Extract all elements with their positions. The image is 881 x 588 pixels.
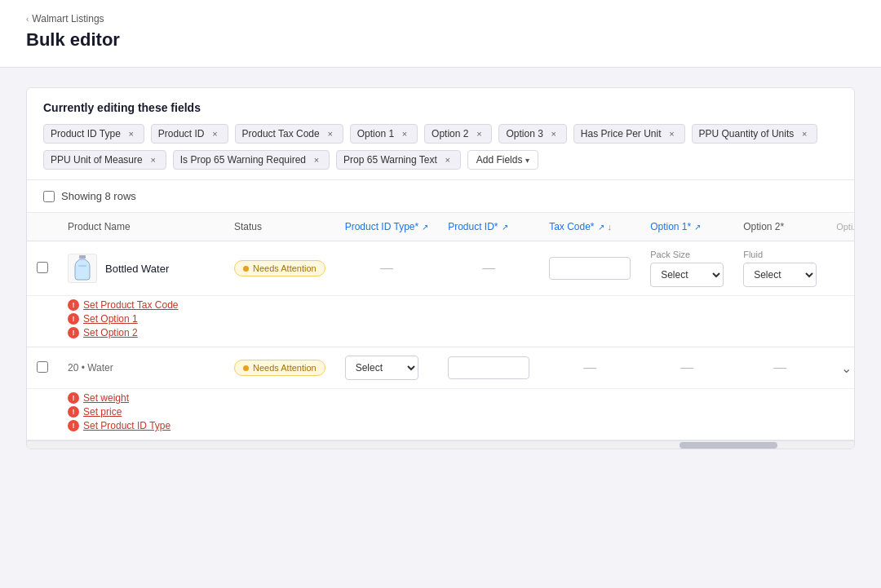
tag-ppu-uom: PPU Unit of Measure × bbox=[43, 150, 166, 170]
remove-tag-product-tax-code[interactable]: × bbox=[325, 128, 336, 139]
status-dot-icon bbox=[243, 266, 249, 272]
row1-option2-select[interactable]: Select bbox=[743, 263, 817, 287]
error-set-product-id-type[interactable]: Set Product ID Type bbox=[83, 420, 170, 431]
th-option1-label: Option 1* bbox=[650, 221, 691, 232]
th-product-id-label: Product ID* bbox=[448, 221, 498, 232]
row2-product-id-type-select[interactable]: Select bbox=[345, 356, 418, 380]
row2-status-badge: Needs Attention bbox=[234, 360, 325, 376]
errors-spacer-2 bbox=[27, 389, 58, 440]
remove-tag-prop65-text[interactable]: × bbox=[442, 154, 454, 166]
error-item: ! Set Product ID Type bbox=[68, 420, 854, 431]
row2-product-id-type-cell: Select bbox=[335, 347, 439, 389]
row2-errors-cell: ! Set weight ! Set price ! Set Product I… bbox=[58, 389, 854, 440]
row1-tax-code-input[interactable] bbox=[549, 257, 631, 280]
select-all-checkbox[interactable] bbox=[43, 191, 55, 202]
th-product-name: Product Name bbox=[58, 213, 224, 241]
th-checkbox bbox=[27, 213, 58, 241]
th-tax-code[interactable]: Tax Code* ↗ ↓ bbox=[539, 213, 640, 241]
tag-label: Product ID Type bbox=[51, 128, 121, 139]
product-image bbox=[68, 254, 97, 283]
error-item: ! Set Option 2 bbox=[68, 327, 854, 338]
row1-option1-label: Pack Size bbox=[650, 250, 724, 259]
error-item: ! Set weight bbox=[68, 392, 854, 404]
sort-icon[interactable]: ↓ bbox=[608, 222, 613, 232]
showing-rows-bar: Showing 8 rows bbox=[27, 180, 854, 213]
error-set-weight[interactable]: Set weight bbox=[83, 392, 129, 404]
th-option1[interactable]: Option 1* ↗ bbox=[640, 213, 733, 241]
page-title: Bulk editor bbox=[26, 29, 855, 51]
status-dot-icon bbox=[243, 365, 249, 371]
tag-label: Option 1 bbox=[357, 128, 394, 139]
row1-option2-cell: Fluid Select bbox=[733, 241, 826, 296]
add-fields-chevron-icon: ▾ bbox=[525, 156, 529, 165]
row1-error-list: ! Set Product Tax Code ! Set Option 1 ! … bbox=[68, 299, 854, 338]
error-icon: ! bbox=[68, 392, 79, 404]
page-header: ‹ Walmart Listings Bulk editor bbox=[0, 0, 881, 68]
tag-label: Option 3 bbox=[506, 128, 542, 139]
remove-tag-has-price-per-unit[interactable]: × bbox=[666, 128, 678, 139]
tag-prop65-text: Prop 65 Warning Text × bbox=[336, 150, 461, 170]
row2-expand-cell: ⌄ bbox=[826, 347, 854, 389]
add-fields-button[interactable]: Add Fields ▾ bbox=[467, 150, 539, 170]
th-option2: Option 2* bbox=[733, 213, 826, 241]
th-option3: Opti... bbox=[826, 213, 854, 241]
error-set-price[interactable]: Set price bbox=[83, 406, 122, 418]
row1-option1-select[interactable]: Select bbox=[650, 263, 724, 287]
editing-fields-title: Currently editing these fields bbox=[43, 101, 838, 114]
field-tags-container: Product ID Type × Product ID × Product T… bbox=[43, 124, 838, 170]
tag-option-3: Option 3 × bbox=[498, 124, 566, 144]
breadcrumb-link[interactable]: Walmart Listings bbox=[32, 13, 104, 24]
row1-status-cell: Needs Attention bbox=[224, 241, 335, 296]
error-icon: ! bbox=[68, 299, 79, 311]
row2-checkbox[interactable] bbox=[37, 361, 48, 373]
table-row: Bottled Water Needs Attention — — bbox=[27, 241, 854, 296]
tag-option-2: Option 2 × bbox=[424, 124, 492, 144]
th-option3-label: Opti... bbox=[836, 222, 854, 232]
remove-tag-ppu-uom[interactable]: × bbox=[148, 154, 159, 166]
row1-option1-cell: Pack Size Select bbox=[640, 241, 733, 296]
table-errors-row-2: ! Set weight ! Set price ! Set Product I… bbox=[27, 389, 854, 440]
th-product-id-type[interactable]: Product ID Type* ↗ bbox=[335, 213, 439, 241]
row1-product-cell: Bottled Water bbox=[58, 241, 224, 296]
tag-label: Product Tax Code bbox=[242, 128, 320, 139]
row2-product-id-cell bbox=[438, 347, 539, 389]
error-item: ! Set price bbox=[68, 406, 854, 418]
remove-tag-ppu-qty[interactable]: × bbox=[799, 128, 810, 139]
horizontal-scrollbar[interactable] bbox=[27, 440, 854, 449]
remove-tag-option-2[interactable]: × bbox=[473, 128, 485, 139]
remove-tag-product-id-type[interactable]: × bbox=[126, 128, 137, 139]
row1-product-id-type-cell: — bbox=[335, 241, 439, 296]
remove-tag-prop65-required[interactable]: × bbox=[311, 154, 322, 166]
row1-checkbox-cell bbox=[27, 241, 58, 296]
row2-error-list: ! Set weight ! Set price ! Set Product I… bbox=[68, 392, 854, 431]
tag-label: PPU Unit of Measure bbox=[51, 154, 143, 166]
th-product-id[interactable]: Product ID* ↗ bbox=[438, 213, 539, 241]
table-header-row: Product Name Status Product ID Type* ↗ bbox=[27, 213, 854, 241]
error-icon: ! bbox=[68, 406, 79, 418]
errors-spacer-1 bbox=[27, 296, 58, 347]
error-set-option2[interactable]: Set Option 2 bbox=[83, 327, 138, 338]
error-set-tax-code[interactable]: Set Product Tax Code bbox=[83, 299, 179, 311]
svg-rect-1 bbox=[78, 265, 86, 267]
remove-tag-product-id[interactable]: × bbox=[210, 128, 221, 139]
external-link-icon-2: ↗ bbox=[502, 223, 508, 232]
scroll-thumb[interactable] bbox=[680, 442, 777, 449]
error-icon: ! bbox=[68, 327, 79, 338]
table-errors-row: ! Set Product Tax Code ! Set Option 1 ! … bbox=[27, 296, 854, 347]
th-option2-label: Option 2* bbox=[743, 221, 784, 232]
row2-status-cell: Needs Attention bbox=[224, 347, 335, 389]
error-set-option1[interactable]: Set Option 1 bbox=[83, 313, 138, 325]
remove-tag-option-3[interactable]: × bbox=[548, 128, 560, 139]
row1-product-id-cell: — bbox=[438, 241, 539, 296]
row2-expand-button[interactable]: ⌄ bbox=[836, 359, 854, 378]
th-product-name-label: Product Name bbox=[68, 221, 131, 232]
row2-product-id-input[interactable] bbox=[448, 356, 529, 379]
row1-option3-cell bbox=[826, 241, 854, 296]
remove-tag-option-1[interactable]: × bbox=[399, 128, 410, 139]
error-item: ! Set Option 1 bbox=[68, 313, 854, 325]
row1-checkbox[interactable] bbox=[37, 262, 48, 273]
external-link-icon-3: ↗ bbox=[598, 223, 604, 232]
th-product-id-type-label: Product ID Type* bbox=[345, 221, 419, 232]
th-tax-code-label: Tax Code* bbox=[549, 221, 594, 232]
tag-product-tax-code: Product Tax Code × bbox=[235, 124, 343, 144]
